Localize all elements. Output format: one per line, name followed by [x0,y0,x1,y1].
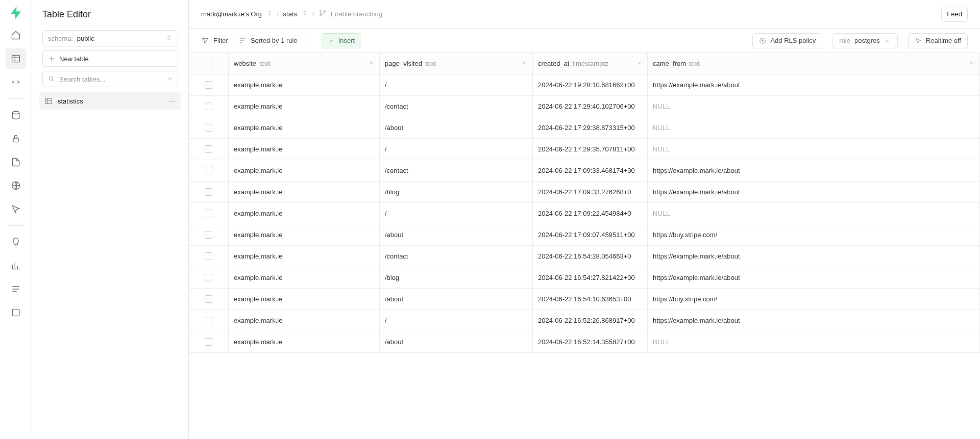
row-checkbox[interactable] [205,231,212,239]
cell-created-at[interactable]: 2024-06-22 17:09:33.468174+00 [533,160,648,181]
logs-icon[interactable] [6,279,26,299]
row-select-cell[interactable] [189,224,229,245]
cell-page-visited[interactable]: /contact [380,246,533,267]
col-header-website[interactable]: websitetext [229,53,380,74]
row-checkbox[interactable] [205,188,212,196]
search-input[interactable]: Search tables... [42,71,178,87]
new-table-button[interactable]: New table [42,50,178,67]
realtime-button[interactable]: Realtime off [908,33,968,48]
table-row[interactable]: example.mark.ie/contact2024-06-22 17:09:… [189,160,980,182]
cell-came-from[interactable]: NULL [648,139,980,160]
row-select-cell[interactable] [189,203,229,224]
table-row[interactable]: example.mark.ie/2024-06-22 17:29:35.7078… [189,139,980,160]
row-select-cell[interactable] [189,289,229,309]
cell-created-at[interactable]: 2024-06-22 16:54:10.63653+00 [533,289,648,309]
cell-website[interactable]: example.mark.ie [229,267,380,288]
row-select-cell[interactable] [189,96,229,117]
breadcrumb-project[interactable]: stats [283,10,297,18]
row-select-cell[interactable] [189,246,229,267]
database-icon[interactable] [6,105,26,125]
cell-website[interactable]: example.mark.ie [229,182,380,202]
cell-page-visited[interactable]: /about [380,117,533,138]
updown-icon[interactable] [301,10,308,18]
col-header-created-at[interactable]: created_attimestamptz [533,53,648,74]
cell-came-from[interactable]: https://example.mark.ie/about [648,246,980,267]
row-select-cell[interactable] [189,160,229,181]
feedback-button[interactable]: Feed [941,7,968,22]
table-row[interactable]: example.mark.ie/blog2024-06-22 16:54:27.… [189,267,980,289]
row-checkbox[interactable] [205,274,212,281]
advisors-icon[interactable] [6,232,26,252]
table-row[interactable]: example.mark.ie/contact2024-06-22 17:29:… [189,96,980,117]
cell-website[interactable]: example.mark.ie [229,246,380,267]
row-checkbox[interactable] [205,252,212,260]
cell-created-at[interactable]: 2024-06-22 17:29:40.102706+00 [533,96,648,117]
cell-page-visited[interactable]: /blog [380,182,533,202]
sql-editor-icon[interactable] [6,72,26,92]
cell-page-visited[interactable]: /contact [380,96,533,117]
storage-icon[interactable] [6,152,26,172]
cell-website[interactable]: example.mark.ie [229,224,380,245]
home-icon[interactable] [6,25,26,45]
cell-website[interactable]: example.mark.ie [229,96,380,117]
row-select-cell[interactable] [189,117,229,138]
row-checkbox[interactable] [205,167,212,174]
enable-branching[interactable]: Enable branching [331,10,382,18]
cell-page-visited[interactable]: / [380,74,533,95]
table-row[interactable]: example.mark.ie/contact2024-06-22 16:54:… [189,246,980,267]
table-row[interactable]: example.mark.ie/blog2024-06-22 17:09:33.… [189,182,980,203]
role-select[interactable]: role postgres [832,33,898,48]
cell-page-visited[interactable]: /about [380,224,533,245]
breadcrumb-org[interactable]: mark@mark.ie's Org [201,10,262,18]
reports-icon[interactable] [6,255,26,276]
row-checkbox[interactable] [205,338,212,346]
chevron-down-icon[interactable] [368,59,375,68]
realtime-icon[interactable] [6,199,26,219]
cell-came-from[interactable]: NULL [648,117,980,138]
row-checkbox[interactable] [205,210,212,217]
cell-website[interactable]: example.mark.ie [229,74,380,95]
add-rls-button[interactable]: Add RLS policy [752,33,822,48]
cell-came-from[interactable]: NULL [648,96,980,117]
cell-created-at[interactable]: 2024-06-22 19:28:10.681662+00 [533,74,648,95]
row-select-cell[interactable] [189,331,229,352]
cell-website[interactable]: example.mark.ie [229,117,380,138]
cell-came-from[interactable]: https://example.mark.ie/about [648,74,980,95]
row-select-cell[interactable] [189,310,229,331]
more-icon[interactable]: ⋯ [168,97,176,105]
cell-website[interactable]: example.mark.ie [229,331,380,352]
cell-page-visited[interactable]: / [380,310,533,331]
row-select-cell[interactable] [189,182,229,202]
sort-button[interactable]: Sorted by 1 rule [238,37,311,45]
table-row[interactable]: example.mark.ie/2024-06-22 16:52:26.8689… [189,310,980,331]
row-checkbox[interactable] [205,295,212,303]
cell-created-at[interactable]: 2024-06-22 16:52:26.868917+00 [533,310,648,331]
cell-created-at[interactable]: 2024-06-22 16:54:28.054663+0 [533,246,648,267]
row-select-cell[interactable] [189,267,229,288]
col-header-page-visited[interactable]: page_visitedtext [380,53,533,74]
cell-created-at[interactable]: 2024-06-22 17:09:33.276268+0 [533,182,648,202]
table-row[interactable]: example.mark.ie/about2024-06-22 17:09:07… [189,224,980,246]
edge-functions-icon[interactable] [6,175,26,196]
chevron-down-icon[interactable] [636,59,643,68]
cell-created-at[interactable]: 2024-06-22 17:29:38.873315+00 [533,117,648,138]
cell-came-from[interactable]: NULL [648,203,980,224]
table-row[interactable]: example.mark.ie/about2024-06-22 16:54:10… [189,289,980,310]
cell-created-at[interactable]: 2024-06-22 17:09:22.454984+0 [533,203,648,224]
cell-came-from[interactable]: https://example.mark.ie/about [648,182,980,202]
updown-icon[interactable] [266,10,273,18]
cell-website[interactable]: example.mark.ie [229,310,380,331]
table-row[interactable]: example.mark.ie/about2024-06-22 16:52:14… [189,331,980,353]
cell-website[interactable]: example.mark.ie [229,289,380,309]
cell-came-from[interactable]: https://example.mark.ie/about [648,310,980,331]
cell-page-visited[interactable]: / [380,139,533,160]
select-all-cell[interactable] [189,53,229,74]
col-header-came-from[interactable]: came_fromtext [648,53,980,74]
row-checkbox[interactable] [205,317,212,324]
select-all-checkbox[interactable] [205,60,212,67]
table-row[interactable]: example.mark.ie/2024-06-22 17:09:22.4549… [189,203,980,224]
insert-button[interactable]: Insert [322,33,362,48]
cell-website[interactable]: example.mark.ie [229,160,380,181]
filter-button[interactable]: Filter [201,37,228,45]
chevron-down-icon[interactable] [968,59,975,68]
